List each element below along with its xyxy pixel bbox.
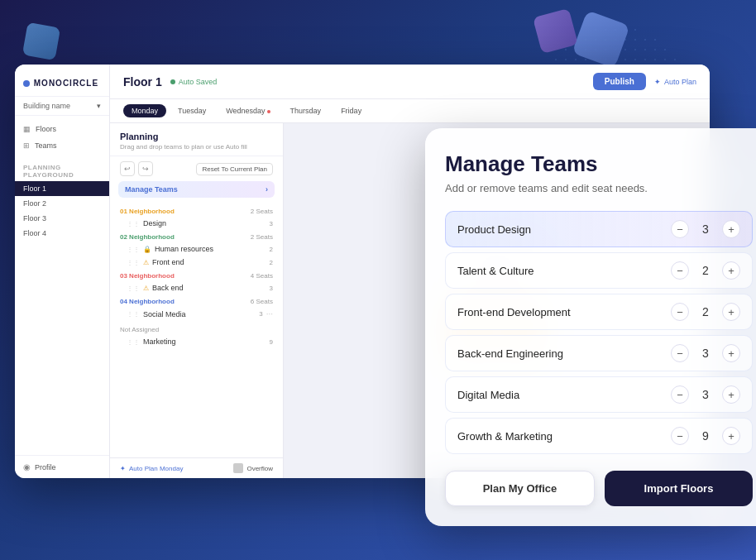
- floors-icon: ▦: [23, 125, 31, 133]
- manage-teams-button[interactable]: Manage Teams ›: [118, 181, 275, 198]
- undo-button[interactable]: ↩: [120, 161, 135, 176]
- teams-icon: ⊞: [23, 141, 30, 150]
- overflow-box: [233, 463, 243, 473]
- tab-wednesday[interactable]: Wednesday: [218, 104, 278, 117]
- planning-playground-label: Planning Playground: [15, 159, 109, 181]
- neighborhoods-list: 01 Neighborhood 2 Seats ⋮⋮ Design 3 02 N…: [110, 204, 283, 457]
- team-count-value: 2: [699, 305, 712, 318]
- neighborhood-04-label: 04 Neighborhood: [120, 298, 175, 305]
- increment-button[interactable]: +: [722, 220, 740, 238]
- overflow-label: Overflow: [246, 465, 273, 472]
- day-tabs: Monday Tuesday Wednesday Thursday Friday: [110, 99, 710, 123]
- increment-button[interactable]: +: [722, 385, 740, 404]
- decrement-button[interactable]: −: [671, 344, 689, 362]
- bg-cube-3: [22, 22, 60, 60]
- sidebar-floor-floor3[interactable]: Floor 3: [15, 211, 109, 226]
- neighborhood-01-label: 01 Neighborhood: [120, 208, 175, 215]
- team-item-controls: − 3 +: [671, 385, 740, 404]
- warning-icon: ⚠: [143, 259, 149, 266]
- planning-subtitle: Drag and drop teams to plan or use Auto …: [120, 143, 273, 151]
- team-item-name: Growth & Marketing: [457, 430, 671, 443]
- team-item-talent-culture: Talent & Culture − 2 +: [445, 252, 753, 289]
- team-count: 2: [270, 259, 273, 266]
- redo-button[interactable]: ↪: [138, 161, 153, 176]
- team-item-controls: − 9 +: [671, 427, 740, 445]
- team-item-controls: − 3 +: [671, 220, 740, 238]
- team-row-design[interactable]: ⋮⋮ Design 3: [110, 217, 283, 230]
- team-count-value: 2: [699, 264, 712, 277]
- lock-icon: 🔒: [143, 246, 151, 253]
- profile-icon: ◉: [23, 462, 31, 471]
- modal-subtitle: Add or remove teams and edit seat needs.: [445, 182, 753, 194]
- drag-icon: ⋮⋮: [127, 246, 140, 253]
- decrement-button[interactable]: −: [671, 261, 689, 280]
- team-row-social[interactable]: ⋮⋮ Social Media 3 ···: [110, 307, 283, 321]
- planning-header: Planning Drag and drop teams to plan or …: [110, 123, 283, 156]
- auto-plan-monday-label: Auto Plan Monday: [129, 465, 183, 472]
- tab-monday[interactable]: Monday: [123, 104, 166, 117]
- sidebar-item-floors[interactable]: ▦ Floors: [15, 121, 109, 137]
- team-item-digital-media: Digital Media − 3 +: [445, 376, 753, 413]
- sidebar-floor-floor2[interactable]: Floor 2: [15, 196, 109, 211]
- team-item-backend-eng: Back-end Engineering − 3 +: [445, 335, 753, 371]
- team-count-value: 9: [699, 429, 712, 443]
- team-name: Design: [143, 219, 266, 227]
- team-count: 2: [270, 246, 273, 253]
- decrement-button[interactable]: −: [671, 303, 689, 321]
- auto-plan-button[interactable]: ✦ Auto Plan: [654, 78, 696, 86]
- team-item-name: Front-end Development: [457, 306, 671, 318]
- sidebar-floor-floor1[interactable]: Floor 1: [15, 181, 109, 196]
- profile-section[interactable]: ◉ Profile: [15, 455, 109, 478]
- auto-plan-monday-button[interactable]: ✦ Auto Plan Monday: [120, 465, 183, 472]
- plan-my-office-button[interactable]: Plan My Office: [445, 471, 595, 506]
- team-item-controls: − 3 +: [671, 344, 740, 362]
- drag-icon: ⋮⋮: [127, 220, 140, 227]
- modal-title: Manage Teams: [445, 151, 753, 177]
- tab-tuesday[interactable]: Tuesday: [170, 104, 214, 117]
- tab-friday[interactable]: Friday: [333, 104, 370, 117]
- decrement-button[interactable]: −: [671, 385, 689, 404]
- auto-saved-dot: [170, 79, 175, 84]
- reset-button[interactable]: Reset To Current Plan: [196, 163, 273, 175]
- team-row-backend[interactable]: ⋮⋮ ⚠ Back end 3: [110, 281, 283, 294]
- neighborhood-02-header: 02 Neighborhood 2 Seats: [110, 230, 283, 242]
- increment-button[interactable]: +: [722, 303, 740, 321]
- team-row-frontend[interactable]: ⋮⋮ ⚠ Front end 2: [110, 256, 283, 269]
- building-name-selector[interactable]: Building name ▾: [15, 97, 109, 116]
- increment-button[interactable]: +: [722, 261, 740, 280]
- planning-controls: ↩ ↪ Reset To Current Plan: [110, 156, 283, 181]
- tab-thursday[interactable]: Thursday: [282, 104, 330, 117]
- planning-panel: Planning Drag and drop teams to plan or …: [110, 123, 284, 478]
- team-row-marketing[interactable]: ⋮⋮ Marketing 9: [110, 335, 283, 348]
- wednesday-dot: [267, 110, 270, 113]
- sidebar: MONOCIRCLE Building name ▾ ▦ Floors ⊞ Te…: [15, 65, 110, 478]
- neighborhood-01-seats: 2 Seats: [251, 208, 273, 215]
- not-assigned-label: Not Assigned: [110, 321, 283, 335]
- import-floors-button[interactable]: Import Floors: [605, 471, 753, 506]
- building-name-label: Building name: [23, 102, 70, 110]
- top-bar: Floor 1 Auto Saved Publish ✦ Auto Plan: [110, 65, 710, 99]
- sidebar-item-teams[interactable]: ⊞ Teams: [15, 137, 109, 154]
- planning-title: Planning: [120, 132, 273, 141]
- chevron-right-icon: ›: [266, 185, 268, 194]
- auto-saved-indicator: Auto Saved: [170, 78, 218, 86]
- manage-teams-label: Manage Teams: [125, 185, 178, 194]
- team-count: 3: [270, 285, 273, 292]
- team-row-hr[interactable]: ⋮⋮ 🔒 Human resources 2: [110, 242, 283, 256]
- team-item-growth-marketing: Growth & Marketing − 9 +: [445, 418, 753, 454]
- top-bar-right: Publish ✦ Auto Plan: [593, 73, 696, 90]
- drag-icon: ⋮⋮: [127, 338, 140, 346]
- more-options-icon[interactable]: ···: [266, 309, 273, 318]
- overflow-indicator: Overflow: [233, 463, 273, 473]
- sidebar-floor-floor4[interactable]: Floor 4: [15, 226, 109, 241]
- decrement-button[interactable]: −: [671, 427, 689, 445]
- team-item-name: Talent & Culture: [457, 265, 671, 277]
- publish-button[interactable]: Publish: [593, 73, 646, 90]
- neighborhood-01-header: 01 Neighborhood 2 Seats: [110, 204, 283, 217]
- wand-icon: ✦: [654, 78, 661, 86]
- bottom-bar: ✦ Auto Plan Monday Overflow: [110, 457, 283, 478]
- decrement-button[interactable]: −: [671, 220, 689, 238]
- increment-button[interactable]: +: [722, 344, 740, 362]
- team-name: Front end: [152, 258, 266, 266]
- increment-button[interactable]: +: [722, 427, 740, 445]
